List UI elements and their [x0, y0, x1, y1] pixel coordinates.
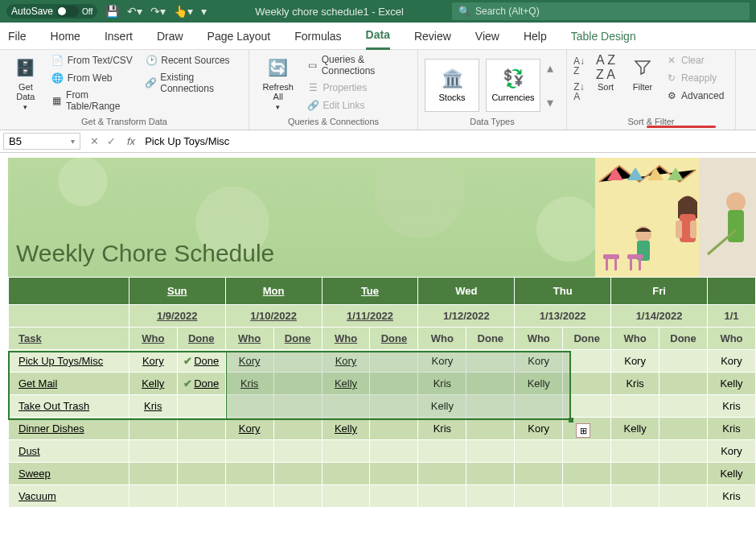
col-who-6[interactable]: Who	[707, 328, 755, 350]
who-cell[interactable]	[225, 395, 273, 418]
task-cell[interactable]: Sweep	[9, 463, 129, 485]
done-cell[interactable]	[273, 440, 322, 463]
who-cell[interactable]: Kelly	[322, 373, 370, 395]
who-cell[interactable]	[515, 485, 563, 508]
date-1[interactable]: 1/10/2022	[225, 305, 322, 328]
who-cell[interactable]	[129, 485, 177, 508]
who-cell[interactable]: Kris	[225, 373, 273, 395]
col-task[interactable]: Task	[9, 328, 129, 350]
day-header-tue[interactable]: Tue	[322, 278, 418, 305]
done-cell[interactable]	[370, 350, 418, 373]
done-cell[interactable]	[563, 485, 611, 508]
who-cell[interactable]: Kris	[707, 485, 755, 508]
filter-button[interactable]: Filter	[627, 53, 659, 93]
save-icon[interactable]: 💾	[105, 5, 119, 18]
selection-handle[interactable]	[569, 418, 573, 422]
done-cell[interactable]	[177, 418, 225, 440]
redo-icon[interactable]: ↷▾	[150, 5, 166, 18]
task-cell[interactable]: Pick Up Toys/Misc	[9, 350, 129, 373]
task-cell[interactable]: Get Mail	[9, 373, 129, 395]
done-cell[interactable]: ✔Done	[177, 373, 225, 395]
day-header-sat[interactable]	[707, 278, 755, 305]
who-cell[interactable]: Kory	[515, 418, 563, 440]
who-cell[interactable]	[322, 440, 370, 463]
cancel-icon[interactable]: ✕	[90, 135, 99, 147]
who-cell[interactable]: Kelly	[707, 463, 755, 485]
done-cell[interactable]	[466, 485, 515, 508]
who-cell[interactable]: Kory	[707, 350, 755, 373]
confirm-icon[interactable]: ✓	[107, 135, 116, 147]
col-done-1[interactable]: Done	[273, 328, 322, 350]
col-who-5[interactable]: Who	[611, 328, 659, 350]
tab-page-layout[interactable]: Page Layout	[207, 23, 271, 49]
done-cell[interactable]	[177, 395, 225, 418]
scroll-up-icon[interactable]: ▴	[547, 60, 553, 76]
done-cell[interactable]	[659, 418, 708, 440]
from-text-csv-button[interactable]: 📄From Text/CSV	[50, 53, 139, 68]
who-cell[interactable]	[515, 395, 563, 418]
done-cell[interactable]	[370, 463, 418, 485]
name-box[interactable]: B5 ▾	[3, 133, 80, 150]
col-done-4[interactable]: Done	[563, 328, 611, 350]
date-3[interactable]: 1/12/2022	[418, 305, 515, 328]
col-done-5[interactable]: Done	[659, 328, 708, 350]
col-who-2[interactable]: Who	[322, 328, 370, 350]
recent-sources-button[interactable]: 🕑Recent Sources	[143, 53, 242, 68]
done-cell[interactable]	[370, 440, 418, 463]
done-cell[interactable]	[273, 373, 322, 395]
day-header-mon[interactable]: Mon	[225, 278, 322, 305]
done-cell[interactable]	[273, 395, 322, 418]
who-cell[interactable]: Kelly	[129, 373, 177, 395]
who-cell[interactable]: Kory	[611, 350, 659, 373]
done-cell[interactable]	[563, 373, 611, 395]
who-cell[interactable]	[322, 485, 370, 508]
date-5[interactable]: 1/14/2022	[611, 305, 708, 328]
col-who-3[interactable]: Who	[418, 328, 466, 350]
who-cell[interactable]: Kris	[611, 373, 659, 395]
done-cell[interactable]	[370, 395, 418, 418]
advanced-button[interactable]: ⚙Advanced	[664, 89, 725, 103]
task-cell[interactable]: Dust	[9, 440, 129, 463]
who-cell[interactable]	[225, 463, 273, 485]
who-cell[interactable]: Kris	[418, 418, 466, 440]
done-cell[interactable]	[466, 395, 515, 418]
currencies-button[interactable]: 💱Currencies	[486, 59, 540, 112]
who-cell[interactable]	[418, 485, 466, 508]
done-cell[interactable]	[659, 440, 708, 463]
done-cell[interactable]	[466, 440, 515, 463]
undo-icon[interactable]: ↶▾	[127, 5, 142, 18]
done-cell[interactable]	[273, 350, 322, 373]
queries-connections-button[interactable]: ▭Queries & Connections	[305, 53, 411, 77]
scroll-down-icon[interactable]: ▾	[547, 95, 553, 110]
who-cell[interactable]	[225, 440, 273, 463]
who-cell[interactable]	[418, 440, 466, 463]
who-cell[interactable]: Kory	[225, 418, 273, 440]
done-cell[interactable]	[659, 373, 708, 395]
col-done-2[interactable]: Done	[370, 328, 418, 350]
col-who-1[interactable]: Who	[225, 328, 273, 350]
done-cell[interactable]	[563, 395, 611, 418]
sort-asc-button[interactable]: A↓Z	[573, 56, 585, 76]
from-table-range-button[interactable]: ▦From Table/Range	[50, 89, 139, 113]
day-header-fri[interactable]: Fri	[611, 278, 708, 305]
who-cell[interactable]	[611, 395, 659, 418]
date-6[interactable]: 1/1	[707, 305, 755, 328]
who-cell[interactable]	[129, 463, 177, 485]
sort-button[interactable]: A ZZ A Sort	[590, 53, 622, 93]
tab-help[interactable]: Help	[524, 23, 547, 49]
done-cell[interactable]	[177, 440, 225, 463]
col-done-0[interactable]: Done	[177, 328, 225, 350]
done-cell[interactable]	[273, 463, 322, 485]
formula-input[interactable]: Pick Up Toys/Misc	[140, 134, 756, 149]
who-cell[interactable]	[322, 395, 370, 418]
done-cell[interactable]	[370, 418, 418, 440]
done-cell[interactable]	[273, 485, 322, 508]
col-done-3[interactable]: Done	[466, 328, 515, 350]
who-cell[interactable]: Kory	[129, 350, 177, 373]
get-data-button[interactable]: 🗄️ Get Data ▾	[6, 53, 45, 113]
done-cell[interactable]	[659, 485, 708, 508]
quick-analysis-icon[interactable]: ⊞	[576, 423, 590, 438]
col-who-4[interactable]: Who	[515, 328, 563, 350]
done-cell[interactable]	[563, 350, 611, 373]
done-cell[interactable]: ✔Done	[177, 350, 225, 373]
